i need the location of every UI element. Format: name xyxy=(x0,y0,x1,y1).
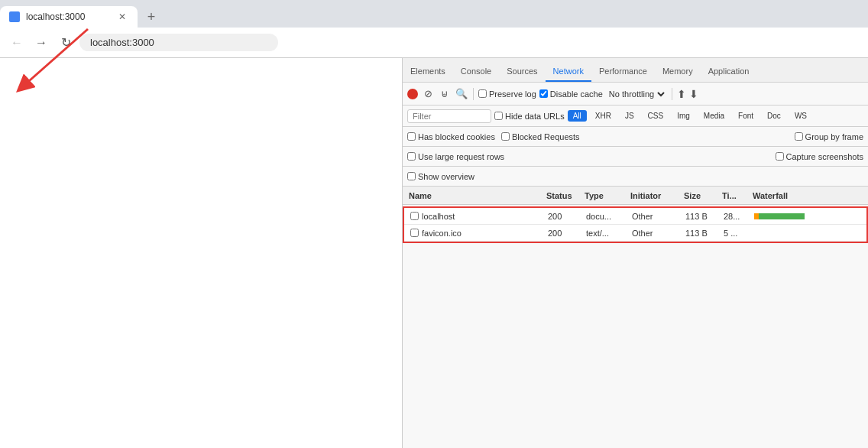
tab-elements[interactable]: Elements xyxy=(403,62,453,82)
export-button[interactable]: ⬇ xyxy=(689,88,698,100)
table-row[interactable]: favicon.ico 200 text/... Other 113 B 5 .… xyxy=(404,225,866,242)
waterfall-bar-localhost xyxy=(754,212,860,221)
tab-console[interactable]: Console xyxy=(453,62,499,82)
filter-chip-ws[interactable]: WS xyxy=(789,110,812,122)
cell-status-localhost: 200 xyxy=(545,212,583,221)
column-type[interactable]: Type xyxy=(581,191,627,200)
options-right-2: Capture screenshots xyxy=(776,152,864,161)
tab-application[interactable]: Application xyxy=(701,62,757,82)
hide-data-urls-input[interactable] xyxy=(494,112,503,120)
cell-size-localhost: 113 B xyxy=(682,212,721,221)
disable-cache-checkbox[interactable]: Disable cache xyxy=(539,89,603,99)
filter-chip-doc[interactable]: Doc xyxy=(762,110,786,122)
cell-type-favicon: text/... xyxy=(583,229,629,238)
waterfall-green-bar xyxy=(759,213,805,219)
show-overview-input[interactable] xyxy=(407,172,416,180)
tab-close-button[interactable]: ✕ xyxy=(116,11,128,23)
has-blocked-cookies-input[interactable] xyxy=(407,132,416,141)
record-button[interactable] xyxy=(407,89,418,99)
tab-network[interactable]: Network xyxy=(546,62,591,82)
clear-icon[interactable]: ⊘ xyxy=(421,87,435,101)
options-right-1: Group by frame xyxy=(795,132,863,141)
preserve-log-input[interactable] xyxy=(478,89,487,98)
filter-chip-js[interactable]: JS xyxy=(620,110,640,122)
tab-title: localhost:3000 xyxy=(26,11,110,22)
tab-memory[interactable]: Memory xyxy=(655,62,701,82)
cell-name-localhost: localhost xyxy=(407,212,545,221)
table-row[interactable]: localhost 200 docu... Other 113 B 28... xyxy=(404,208,866,225)
cell-status-favicon: 200 xyxy=(545,229,583,238)
column-waterfall[interactable]: Waterfall xyxy=(750,191,865,200)
active-tab[interactable]: localhost:3000 ✕ xyxy=(0,6,138,28)
row-checkbox-favicon[interactable] xyxy=(410,229,419,237)
use-large-rows-checkbox[interactable]: Use large request rows xyxy=(407,152,504,161)
group-by-frame-input[interactable] xyxy=(795,132,803,141)
column-name[interactable]: Name xyxy=(406,191,543,200)
devtools-panel: Elements Console Sources Network Perform… xyxy=(402,58,868,448)
capture-screenshots-checkbox[interactable]: Capture screenshots xyxy=(776,152,864,161)
cell-size-favicon: 113 B xyxy=(682,229,721,238)
network-table: Name Status Type Initiator Size Ti... Wa… xyxy=(403,187,868,448)
show-overview-checkbox[interactable]: Show overview xyxy=(407,172,474,181)
browser-viewport xyxy=(0,58,402,448)
main-area: Elements Console Sources Network Perform… xyxy=(0,58,868,448)
hide-data-urls-checkbox[interactable]: Hide data URLs xyxy=(494,112,565,121)
column-initiator[interactable]: Initiator xyxy=(627,191,681,200)
back-button[interactable]: ← xyxy=(6,32,28,54)
filter-chip-media[interactable]: Media xyxy=(698,110,730,122)
blocked-requests-input[interactable] xyxy=(501,132,510,141)
group-by-frame-checkbox[interactable]: Group by frame xyxy=(795,132,863,141)
options-bar-2: Use large request rows Capture screensho… xyxy=(403,147,868,167)
options-bar-1: Has blocked cookies Blocked Requests Gro… xyxy=(403,127,868,147)
preserve-log-checkbox[interactable]: Preserve log xyxy=(478,89,536,99)
table-header: Name Status Type Initiator Size Ti... Wa… xyxy=(403,187,868,205)
options-bar-3: Show overview xyxy=(403,167,868,187)
filter-bar: Hide data URLs All XHR JS CSS Img Media … xyxy=(403,106,868,127)
filter-chip-img[interactable]: Img xyxy=(672,110,695,122)
separator-2 xyxy=(672,88,672,100)
cell-initiator-localhost: Other xyxy=(629,212,682,221)
tab-bar: localhost:3000 ✕ + xyxy=(0,0,868,28)
blocked-requests-checkbox[interactable]: Blocked Requests xyxy=(501,132,580,141)
filter-chip-css[interactable]: CSS xyxy=(643,110,669,122)
column-size[interactable]: Size xyxy=(681,191,719,200)
filter-input[interactable] xyxy=(407,109,491,123)
cell-name-favicon: favicon.ico xyxy=(407,229,545,238)
search-icon[interactable]: 🔍 xyxy=(455,87,468,101)
column-time[interactable]: Ti... xyxy=(719,191,750,200)
tab-performance[interactable]: Performance xyxy=(591,62,655,82)
disable-cache-input[interactable] xyxy=(539,89,548,98)
address-bar: ← → ↻ xyxy=(0,28,868,58)
highlighted-rows: localhost 200 docu... Other 113 B 28... xyxy=(403,206,868,243)
filter-chip-font[interactable]: Font xyxy=(733,110,759,122)
throttle-select[interactable]: No throttling xyxy=(606,89,667,99)
devtools-tab-bar: Elements Console Sources Network Perform… xyxy=(403,58,868,83)
cell-time-localhost: 28... xyxy=(721,212,751,221)
separator-1 xyxy=(473,88,474,100)
address-input[interactable] xyxy=(79,34,278,51)
tab-sources[interactable]: Sources xyxy=(499,62,545,82)
table-body: localhost 200 docu... Other 113 B 28... xyxy=(403,205,868,448)
refresh-button[interactable]: ↻ xyxy=(55,32,76,54)
forward-button[interactable]: → xyxy=(31,32,52,54)
use-large-rows-input[interactable] xyxy=(407,152,416,161)
column-status[interactable]: Status xyxy=(543,191,581,200)
filter-chip-all[interactable]: All xyxy=(568,110,587,122)
cell-time-favicon: 5 ... xyxy=(721,229,751,238)
cell-initiator-favicon: Other xyxy=(629,229,682,238)
cell-waterfall-localhost xyxy=(751,212,863,221)
row-checkbox-localhost[interactable] xyxy=(410,212,419,220)
capture-screenshots-input[interactable] xyxy=(776,152,784,161)
network-toolbar: ⊘ ⊌ 🔍 Preserve log Disable cache No thro… xyxy=(403,83,868,106)
import-button[interactable]: ⬆ xyxy=(677,88,686,100)
filter-icon[interactable]: ⊌ xyxy=(438,87,452,101)
has-blocked-cookies-checkbox[interactable]: Has blocked cookies xyxy=(407,132,495,141)
filter-chip-xhr[interactable]: XHR xyxy=(590,110,617,122)
tab-favicon xyxy=(9,11,20,22)
new-tab-button[interactable]: + xyxy=(141,6,162,28)
browser-chrome: localhost:3000 ✕ + ← → ↻ xyxy=(0,0,868,58)
cell-type-localhost: docu... xyxy=(583,212,629,221)
